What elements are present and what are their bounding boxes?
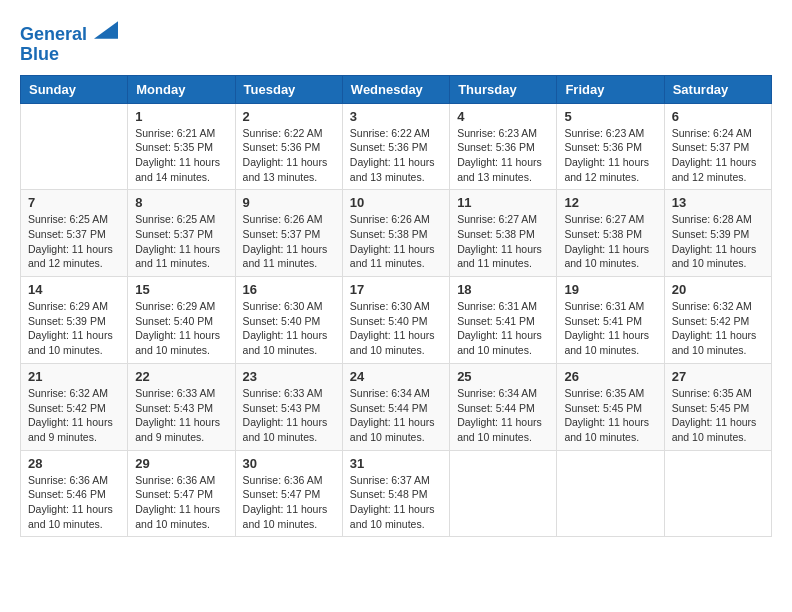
day-info: Sunrise: 6:35 AMSunset: 5:45 PMDaylight:… <box>564 386 656 445</box>
calendar-cell: 1Sunrise: 6:21 AMSunset: 5:35 PMDaylight… <box>128 103 235 190</box>
day-info: Sunrise: 6:36 AMSunset: 5:47 PMDaylight:… <box>243 473 335 532</box>
day-info: Sunrise: 6:26 AMSunset: 5:37 PMDaylight:… <box>243 212 335 271</box>
logo-general: General <box>20 24 87 44</box>
calendar-body: 1Sunrise: 6:21 AMSunset: 5:35 PMDaylight… <box>21 103 772 537</box>
calendar-week-2: 14Sunrise: 6:29 AMSunset: 5:39 PMDayligh… <box>21 277 772 364</box>
day-info: Sunrise: 6:32 AMSunset: 5:42 PMDaylight:… <box>672 299 764 358</box>
day-info: Sunrise: 6:27 AMSunset: 5:38 PMDaylight:… <box>564 212 656 271</box>
calendar-cell: 12Sunrise: 6:27 AMSunset: 5:38 PMDayligh… <box>557 190 664 277</box>
day-number: 27 <box>672 369 764 384</box>
day-header-sunday: Sunday <box>21 75 128 103</box>
day-header-thursday: Thursday <box>450 75 557 103</box>
calendar-cell: 20Sunrise: 6:32 AMSunset: 5:42 PMDayligh… <box>664 277 771 364</box>
day-header-wednesday: Wednesday <box>342 75 449 103</box>
day-info: Sunrise: 6:30 AMSunset: 5:40 PMDaylight:… <box>243 299 335 358</box>
logo: General Blue <box>20 20 118 65</box>
day-info: Sunrise: 6:29 AMSunset: 5:40 PMDaylight:… <box>135 299 227 358</box>
calendar-cell: 28Sunrise: 6:36 AMSunset: 5:46 PMDayligh… <box>21 450 128 537</box>
day-number: 1 <box>135 109 227 124</box>
calendar-cell: 23Sunrise: 6:33 AMSunset: 5:43 PMDayligh… <box>235 363 342 450</box>
calendar-cell: 11Sunrise: 6:27 AMSunset: 5:38 PMDayligh… <box>450 190 557 277</box>
day-number: 14 <box>28 282 120 297</box>
day-header-saturday: Saturday <box>664 75 771 103</box>
calendar-table: SundayMondayTuesdayWednesdayThursdayFrid… <box>20 75 772 538</box>
day-info: Sunrise: 6:33 AMSunset: 5:43 PMDaylight:… <box>135 386 227 445</box>
day-info: Sunrise: 6:22 AMSunset: 5:36 PMDaylight:… <box>350 126 442 185</box>
calendar-header-row: SundayMondayTuesdayWednesdayThursdayFrid… <box>21 75 772 103</box>
day-info: Sunrise: 6:24 AMSunset: 5:37 PMDaylight:… <box>672 126 764 185</box>
calendar-cell: 15Sunrise: 6:29 AMSunset: 5:40 PMDayligh… <box>128 277 235 364</box>
calendar-cell: 3Sunrise: 6:22 AMSunset: 5:36 PMDaylight… <box>342 103 449 190</box>
calendar-cell: 8Sunrise: 6:25 AMSunset: 5:37 PMDaylight… <box>128 190 235 277</box>
calendar-cell: 5Sunrise: 6:23 AMSunset: 5:36 PMDaylight… <box>557 103 664 190</box>
day-number: 24 <box>350 369 442 384</box>
day-info: Sunrise: 6:35 AMSunset: 5:45 PMDaylight:… <box>672 386 764 445</box>
calendar-cell: 22Sunrise: 6:33 AMSunset: 5:43 PMDayligh… <box>128 363 235 450</box>
day-number: 8 <box>135 195 227 210</box>
day-info: Sunrise: 6:34 AMSunset: 5:44 PMDaylight:… <box>457 386 549 445</box>
calendar-cell: 25Sunrise: 6:34 AMSunset: 5:44 PMDayligh… <box>450 363 557 450</box>
day-info: Sunrise: 6:27 AMSunset: 5:38 PMDaylight:… <box>457 212 549 271</box>
calendar-cell: 4Sunrise: 6:23 AMSunset: 5:36 PMDaylight… <box>450 103 557 190</box>
calendar-cell <box>664 450 771 537</box>
calendar-cell <box>21 103 128 190</box>
calendar-cell: 7Sunrise: 6:25 AMSunset: 5:37 PMDaylight… <box>21 190 128 277</box>
day-number: 26 <box>564 369 656 384</box>
day-info: Sunrise: 6:21 AMSunset: 5:35 PMDaylight:… <box>135 126 227 185</box>
calendar-week-0: 1Sunrise: 6:21 AMSunset: 5:35 PMDaylight… <box>21 103 772 190</box>
calendar-cell: 18Sunrise: 6:31 AMSunset: 5:41 PMDayligh… <box>450 277 557 364</box>
calendar-cell: 24Sunrise: 6:34 AMSunset: 5:44 PMDayligh… <box>342 363 449 450</box>
day-info: Sunrise: 6:34 AMSunset: 5:44 PMDaylight:… <box>350 386 442 445</box>
svg-marker-0 <box>94 21 118 39</box>
day-info: Sunrise: 6:36 AMSunset: 5:47 PMDaylight:… <box>135 473 227 532</box>
calendar-cell: 13Sunrise: 6:28 AMSunset: 5:39 PMDayligh… <box>664 190 771 277</box>
day-number: 31 <box>350 456 442 471</box>
day-info: Sunrise: 6:22 AMSunset: 5:36 PMDaylight:… <box>243 126 335 185</box>
day-number: 15 <box>135 282 227 297</box>
day-info: Sunrise: 6:25 AMSunset: 5:37 PMDaylight:… <box>28 212 120 271</box>
day-info: Sunrise: 6:37 AMSunset: 5:48 PMDaylight:… <box>350 473 442 532</box>
calendar-cell: 19Sunrise: 6:31 AMSunset: 5:41 PMDayligh… <box>557 277 664 364</box>
calendar-cell: 14Sunrise: 6:29 AMSunset: 5:39 PMDayligh… <box>21 277 128 364</box>
day-number: 25 <box>457 369 549 384</box>
logo-text: General Blue <box>20 20 118 65</box>
day-number: 22 <box>135 369 227 384</box>
calendar-cell: 9Sunrise: 6:26 AMSunset: 5:37 PMDaylight… <box>235 190 342 277</box>
calendar-cell: 2Sunrise: 6:22 AMSunset: 5:36 PMDaylight… <box>235 103 342 190</box>
day-info: Sunrise: 6:29 AMSunset: 5:39 PMDaylight:… <box>28 299 120 358</box>
day-number: 5 <box>564 109 656 124</box>
day-header-friday: Friday <box>557 75 664 103</box>
day-number: 2 <box>243 109 335 124</box>
page-header: General Blue <box>20 20 772 65</box>
day-number: 21 <box>28 369 120 384</box>
calendar-cell: 26Sunrise: 6:35 AMSunset: 5:45 PMDayligh… <box>557 363 664 450</box>
calendar-cell: 16Sunrise: 6:30 AMSunset: 5:40 PMDayligh… <box>235 277 342 364</box>
day-header-monday: Monday <box>128 75 235 103</box>
day-info: Sunrise: 6:25 AMSunset: 5:37 PMDaylight:… <box>135 212 227 271</box>
calendar-week-3: 21Sunrise: 6:32 AMSunset: 5:42 PMDayligh… <box>21 363 772 450</box>
logo-blue: Blue <box>20 44 59 64</box>
calendar-cell: 6Sunrise: 6:24 AMSunset: 5:37 PMDaylight… <box>664 103 771 190</box>
day-info: Sunrise: 6:36 AMSunset: 5:46 PMDaylight:… <box>28 473 120 532</box>
calendar-cell: 21Sunrise: 6:32 AMSunset: 5:42 PMDayligh… <box>21 363 128 450</box>
day-number: 20 <box>672 282 764 297</box>
day-number: 3 <box>350 109 442 124</box>
day-info: Sunrise: 6:32 AMSunset: 5:42 PMDaylight:… <box>28 386 120 445</box>
calendar-cell: 29Sunrise: 6:36 AMSunset: 5:47 PMDayligh… <box>128 450 235 537</box>
day-number: 19 <box>564 282 656 297</box>
day-info: Sunrise: 6:28 AMSunset: 5:39 PMDaylight:… <box>672 212 764 271</box>
day-number: 16 <box>243 282 335 297</box>
day-info: Sunrise: 6:30 AMSunset: 5:40 PMDaylight:… <box>350 299 442 358</box>
calendar-cell: 10Sunrise: 6:26 AMSunset: 5:38 PMDayligh… <box>342 190 449 277</box>
day-number: 4 <box>457 109 549 124</box>
day-number: 12 <box>564 195 656 210</box>
day-number: 7 <box>28 195 120 210</box>
calendar-cell: 27Sunrise: 6:35 AMSunset: 5:45 PMDayligh… <box>664 363 771 450</box>
calendar-cell: 17Sunrise: 6:30 AMSunset: 5:40 PMDayligh… <box>342 277 449 364</box>
day-number: 11 <box>457 195 549 210</box>
day-number: 29 <box>135 456 227 471</box>
calendar-cell <box>450 450 557 537</box>
day-number: 23 <box>243 369 335 384</box>
calendar-cell <box>557 450 664 537</box>
day-header-tuesday: Tuesday <box>235 75 342 103</box>
